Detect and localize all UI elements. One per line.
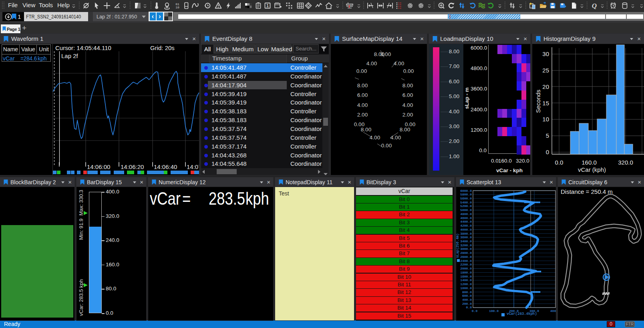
svg-text:1: 1 bbox=[266, 4, 269, 8]
svg-text:10: 10 bbox=[175, 6, 179, 9]
svg-text:Q: Q bbox=[592, 2, 597, 10]
